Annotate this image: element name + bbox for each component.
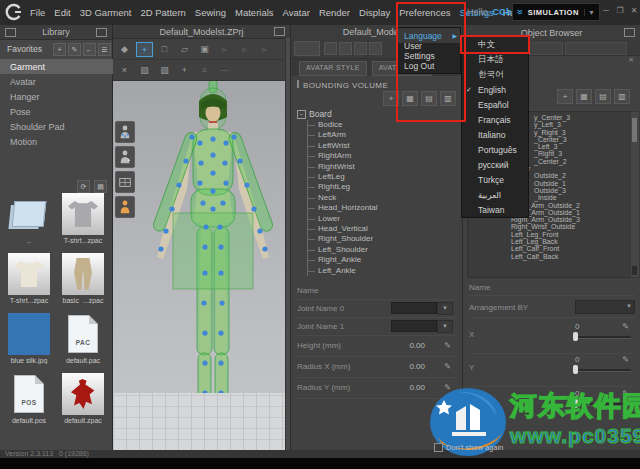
- tree-item[interactable]: Head_Horizontal: [308, 203, 457, 213]
- tree-item[interactable]: Left_Leg_Back: [468, 238, 630, 245]
- arrangement-dropdown[interactable]: ▼: [575, 300, 635, 314]
- language-menu-item[interactable]: ✓ Türkçe: [462, 172, 528, 187]
- toolbar-icon[interactable]: [369, 42, 382, 55]
- tree-item[interactable]: Lower: [308, 214, 457, 224]
- tree-item[interactable]: Neck: [308, 193, 457, 203]
- viewport-tab[interactable]: Default_Modelst.ZPrj: [113, 25, 290, 39]
- undock-icon[interactable]: [5, 28, 16, 37]
- import-button[interactable]: ▤: [421, 91, 437, 106]
- tree-item[interactable]: RightArm: [308, 151, 457, 161]
- menu-item[interactable]: Avatar: [283, 7, 310, 18]
- add-button[interactable]: +: [557, 89, 573, 104]
- scrollbar-thumb[interactable]: [632, 118, 637, 142]
- library-category[interactable]: Shoulder Pad: [0, 119, 113, 134]
- menu-item[interactable]: 2D Pattern: [140, 7, 185, 18]
- tree-item[interactable]: Bodice: [308, 120, 457, 130]
- back-button[interactable]: ←: [83, 43, 96, 56]
- toolbar-dropdown[interactable]: [294, 41, 320, 56]
- file-item[interactable]: default.zpac: [58, 373, 108, 424]
- y-value[interactable]: 0: [575, 355, 579, 364]
- height-value[interactable]: 0.00: [409, 341, 425, 350]
- x-slider-thumb[interactable]: [573, 332, 578, 341]
- tree-item[interactable]: Left_Calf_Back: [468, 253, 630, 260]
- settings-menu-item[interactable]: Log Out ▶: [398, 58, 460, 73]
- edit-pencil-icon[interactable]: ✎: [444, 341, 451, 350]
- tree-item[interactable]: RightLeg: [308, 182, 457, 192]
- pin-avatar-button[interactable]: [115, 146, 135, 168]
- save-button[interactable]: ▥: [440, 91, 456, 106]
- avatar-tab[interactable]: AVATAR STYLE: [299, 61, 367, 76]
- language-menu-item[interactable]: ✓ Español: [462, 97, 528, 112]
- joint-name-0-dropdown[interactable]: ▼: [437, 302, 453, 315]
- menu-item[interactable]: Sewing: [195, 7, 226, 18]
- joint-name-1-dropdown[interactable]: ▼: [437, 320, 453, 333]
- toolbar-icon[interactable]: [324, 42, 337, 55]
- tree-item[interactable]: Left_Shoulder: [308, 245, 457, 255]
- maximize-button[interactable]: ❐: [615, 5, 625, 17]
- toolbar-icon[interactable]: [354, 42, 367, 55]
- radius-x-value[interactable]: 0.00: [409, 362, 425, 371]
- library-category[interactable]: Pose: [0, 104, 113, 119]
- menu-item[interactable]: File: [30, 7, 45, 18]
- panel-menu-icon[interactable]: [96, 28, 107, 37]
- user-name[interactable]: CGb: [493, 7, 512, 17]
- minimize-button[interactable]: ─: [601, 5, 611, 17]
- menu-item[interactable]: Preferences: [399, 7, 450, 18]
- mesh-garment-icon[interactable]: ▧: [156, 63, 173, 78]
- rectangle-select-icon[interactable]: □: [156, 42, 173, 57]
- x-slider-track[interactable]: [575, 336, 631, 339]
- add-favorite-button[interactable]: +: [53, 43, 66, 56]
- menu-item[interactable]: 3D Garment: [80, 7, 132, 18]
- undock-icon[interactable]: [624, 28, 635, 37]
- library-category[interactable]: Motion: [0, 134, 113, 149]
- library-category[interactable]: Hanger: [0, 89, 113, 104]
- language-menu-item[interactable]: ✓ Français: [462, 112, 528, 127]
- joint-name-0-input[interactable]: [391, 302, 437, 314]
- tree-root-item[interactable]: − Board: [297, 109, 457, 119]
- tree-item[interactable]: Right_Wrist_Outside: [468, 223, 630, 230]
- pin-garment-icon[interactable]: ▨: [136, 63, 153, 78]
- library-category[interactable]: Avatar: [0, 74, 113, 89]
- radius-y-value[interactable]: 0.00: [409, 383, 425, 392]
- menu-item[interactable]: Materials: [235, 7, 274, 18]
- file-item[interactable]: PAC default.pac: [58, 313, 108, 364]
- file-item[interactable]: T-shrt...zpac: [58, 193, 108, 244]
- language-menu-item[interactable]: ✓ 中文: [462, 37, 528, 52]
- file-item[interactable]: T-shrt...zpac: [4, 253, 54, 304]
- move-tool-icon[interactable]: +: [136, 42, 153, 57]
- menu-item[interactable]: Render: [319, 7, 350, 18]
- joint-name-1-input[interactable]: [391, 320, 437, 332]
- tree-item[interactable]: LeftWrist: [308, 141, 457, 151]
- language-menu-item[interactable]: ✓ Italiano: [462, 127, 528, 142]
- import-button[interactable]: ▤: [595, 89, 611, 104]
- language-menu-item[interactable]: ✓ العربية: [462, 187, 528, 202]
- close-button[interactable]: ✕: [629, 5, 639, 17]
- tree-item[interactable]: LeftArm: [308, 130, 457, 140]
- file-item[interactable]: ..: [4, 193, 54, 244]
- snapshot-icon[interactable]: ▣: [196, 42, 213, 57]
- save-button[interactable]: ▥: [614, 89, 630, 104]
- language-menu-item[interactable]: ✓ Português: [462, 142, 528, 157]
- language-menu-item[interactable]: ✓ Taiwan: [462, 202, 528, 217]
- 3d-canvas[interactable]: [113, 81, 285, 451]
- x-value[interactable]: 0: [575, 322, 579, 331]
- tree-item[interactable]: Right_Ankle: [308, 255, 457, 265]
- tree-item[interactable]: Left_Leg_Front: [468, 231, 630, 238]
- chevron-down-icon[interactable]: ▼: [584, 9, 595, 16]
- show-plane-button[interactable]: [115, 171, 135, 193]
- simulation-button[interactable]: « SIMULATION ▼: [512, 3, 600, 21]
- language-menu-item[interactable]: ✓ 日本語: [462, 52, 528, 67]
- undock-icon[interactable]: [274, 27, 285, 36]
- list-view-button[interactable]: ☰: [98, 43, 111, 56]
- tree-item[interactable]: RightWrist: [308, 162, 457, 172]
- add-button[interactable]: +: [383, 91, 399, 106]
- delete-button[interactable]: ▦: [576, 89, 592, 104]
- edit-pencil-icon[interactable]: ✎: [444, 362, 451, 371]
- lasso-select-icon[interactable]: ▱: [176, 42, 193, 57]
- file-item[interactable]: blue silk.jpg: [4, 313, 54, 364]
- y-slider-thumb[interactable]: [573, 365, 578, 374]
- tree-item[interactable]: Left_Ankle: [308, 266, 457, 276]
- show-arrangement-points-button[interactable]: [115, 121, 135, 143]
- library-category[interactable]: Garment: [0, 59, 113, 74]
- grid-view-icon[interactable]: ▤: [94, 180, 107, 193]
